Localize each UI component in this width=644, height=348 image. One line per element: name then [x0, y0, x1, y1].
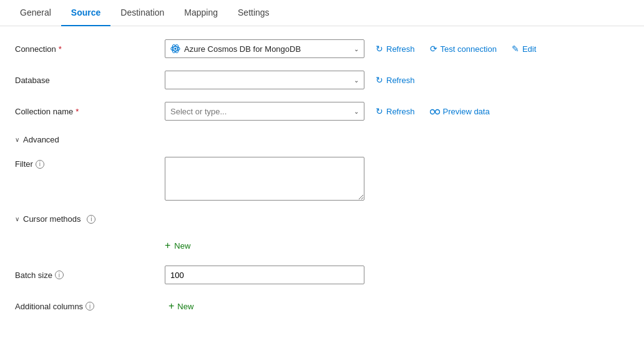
connection-controls: Azure Cosmos DB for MongoDB ⌄ ↻ Refresh … [165, 39, 629, 58]
advanced-section-header[interactable]: ∨ Advanced [15, 132, 629, 147]
collection-name-placeholder: Select or type... [170, 107, 227, 116]
connection-value: Azure Cosmos DB for MongoDB [184, 44, 301, 54]
cursor-methods-label: Cursor methods [23, 214, 80, 224]
cursor-methods-header[interactable]: ∨ Cursor methods i [15, 212, 629, 226]
tab-source[interactable]: Source [61, 0, 110, 26]
tab-general[interactable]: General [10, 0, 61, 26]
tab-destination[interactable]: Destination [110, 0, 174, 26]
collection-refresh-button[interactable]: ↻ Refresh [372, 104, 419, 119]
connection-chevron-icon: ⌄ [354, 46, 359, 52]
preview-data-button[interactable]: Preview data [426, 104, 494, 119]
add-columns-plus-icon: + [168, 301, 174, 312]
additional-columns-new-button[interactable]: + New [165, 298, 197, 314]
edit-connection-button[interactable]: ✎ Edit [508, 41, 540, 56]
collection-name-label: Collection name * [15, 107, 165, 116]
connection-required: * [59, 44, 62, 54]
edit-icon: ✎ [512, 44, 519, 54]
cursor-methods-section: ∨ Cursor methods i [15, 212, 629, 226]
collection-chevron-icon: ⌄ [354, 108, 359, 115]
connection-row: Connection * Azure Cosmos DB for MongoDB… [15, 39, 629, 59]
plus-icon: + [165, 240, 170, 251]
connection-label: Connection * [15, 44, 165, 54]
tab-mapping[interactable]: Mapping [174, 0, 228, 26]
filter-label: Filter i [15, 157, 165, 169]
tab-settings[interactable]: Settings [228, 0, 280, 26]
collection-name-controls: Select or type... ⌄ ↻ Refresh [165, 102, 629, 121]
db-refresh-icon: ↻ [376, 75, 383, 85]
batch-size-row: Batch size i [15, 265, 629, 285]
refresh-icon: ↻ [376, 44, 383, 54]
collection-name-dropdown[interactable]: Select or type... ⌄ [165, 102, 364, 121]
tabs-nav: General Source Destination Mapping Setti… [0, 0, 644, 26]
filter-row: Filter i [15, 157, 629, 201]
cursor-methods-info-icon: i [87, 215, 95, 224]
additional-columns-label: Additional columns i [15, 302, 165, 311]
database-controls: ⌄ ↻ Refresh [165, 71, 629, 89]
additional-columns-info-icon: i [85, 302, 94, 311]
cosmos-icon [170, 44, 180, 54]
batch-size-input[interactable] [165, 266, 364, 284]
database-label: Database [15, 76, 165, 85]
svg-point-5 [435, 110, 439, 114]
batch-size-info-icon: i [55, 271, 64, 279]
connection-dropdown[interactable]: Azure Cosmos DB for MongoDB ⌄ [165, 39, 364, 58]
database-row: Database ⌄ ↻ Refresh [15, 70, 629, 90]
collection-required: * [76, 107, 79, 116]
test-connection-button[interactable]: ⟳ Test connection [426, 41, 500, 56]
advanced-chevron-icon: ∨ [15, 136, 19, 143]
col-refresh-icon: ↻ [376, 106, 383, 116]
svg-point-3 [174, 47, 177, 50]
svg-point-4 [430, 110, 434, 114]
connection-refresh-button[interactable]: ↻ Refresh [372, 41, 419, 56]
cursor-chevron-icon: ∨ [15, 216, 19, 222]
batch-size-controls [165, 266, 629, 284]
additional-columns-row: Additional columns i + New [15, 296, 629, 316]
database-dropdown[interactable]: ⌄ [165, 71, 364, 89]
test-connection-icon: ⟳ [430, 44, 437, 54]
preview-icon [430, 107, 440, 116]
advanced-label: Advanced [23, 135, 59, 144]
batch-size-label: Batch size i [15, 271, 165, 280]
filter-textarea[interactable] [165, 157, 364, 201]
database-chevron-icon: ⌄ [354, 77, 359, 84]
collection-name-row: Collection name * Select or type... ⌄ ↻ … [15, 101, 629, 121]
cursor-new-button[interactable]: + New [165, 237, 190, 254]
database-refresh-button[interactable]: ↻ Refresh [372, 72, 419, 87]
additional-columns-controls: + New [165, 298, 629, 314]
filter-info-icon: i [36, 160, 44, 169]
main-content: Connection * Azure Cosmos DB for MongoDB… [0, 26, 644, 340]
